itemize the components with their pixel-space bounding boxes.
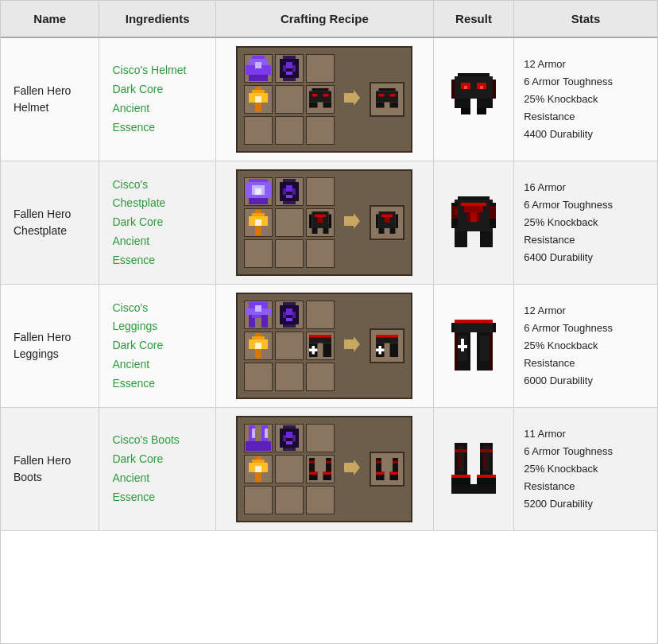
- item-name: Fallen HeroHelmet: [1, 37, 99, 161]
- crafting-table: Name Ingredients Crafting Recipe Result …: [1, 1, 657, 531]
- ingredient-name: Cisco's Boots: [112, 431, 205, 450]
- grid-cell-4: [275, 455, 304, 483]
- grid-cell-1: [275, 424, 304, 452]
- svg-rect-98: [283, 312, 286, 318]
- svg-rect-143: [286, 441, 292, 444]
- crafting-area: [236, 293, 412, 399]
- svg-rect-16: [255, 96, 261, 103]
- result-cell: [433, 408, 513, 531]
- svg-rect-17: [312, 88, 329, 91]
- svg-marker-23: [344, 90, 360, 106]
- grid-cell-5: [306, 332, 335, 360]
- svg-rect-165: [393, 461, 398, 464]
- svg-rect-92: [252, 315, 261, 318]
- svg-rect-177: [477, 475, 496, 478]
- svg-rect-139: [283, 448, 296, 451]
- ingredient-name: Dark Core: [112, 336, 205, 355]
- stat-line: 6 Armor Toughness: [524, 320, 648, 337]
- grid-cell-6: [244, 486, 273, 514]
- grid-cell-8: [306, 486, 335, 514]
- svg-rect-125: [480, 336, 490, 361]
- col-header-stats: Stats: [514, 1, 657, 37]
- svg-rect-128: [455, 320, 493, 323]
- svg-rect-29: [390, 94, 396, 97]
- grid-cell-5: [306, 455, 335, 483]
- grid-cell-2: [306, 424, 335, 452]
- crafting-recipe-cell: [215, 285, 433, 408]
- table-row: Fallen HeroLeggingsCisco'sLeggingsDark C…: [1, 285, 657, 408]
- svg-rect-96: [283, 324, 296, 328]
- svg-rect-70: [396, 215, 399, 229]
- svg-rect-104: [255, 349, 261, 359]
- grid-cell-3: [244, 332, 273, 360]
- svg-rect-80: [480, 231, 493, 247]
- svg-rect-109: [309, 335, 331, 338]
- svg-rect-121: [493, 323, 496, 332]
- svg-marker-112: [344, 336, 360, 352]
- svg-rect-8: [286, 62, 292, 68]
- svg-rect-20: [323, 103, 332, 108]
- ingredient-name: AncientEssence: [112, 355, 205, 394]
- stat-line: Resistance: [524, 478, 648, 495]
- grid-cell-3: [244, 455, 273, 483]
- svg-rect-61: [309, 215, 312, 229]
- grid-cell-7: [275, 239, 304, 268]
- svg-rect-176: [451, 475, 470, 478]
- svg-rect-21: [312, 94, 318, 97]
- svg-rect-105: [255, 343, 261, 349]
- svg-rect-154: [323, 472, 332, 475]
- svg-rect-133: [246, 441, 258, 451]
- ingredient-name: AncientEssence: [112, 469, 205, 507]
- svg-rect-134: [258, 441, 271, 451]
- ingredient-name: Cisco's Helmet: [112, 61, 205, 80]
- svg-rect-137: [283, 425, 296, 429]
- stat-line: 12 Armor: [524, 302, 648, 320]
- svg-rect-35: [461, 108, 470, 114]
- svg-rect-39: [464, 86, 467, 89]
- stats-cell: 12 Armor6 Armor Toughness25% KnockbackRe…: [514, 37, 657, 161]
- svg-rect-19: [309, 103, 318, 108]
- ingredient-name: Cisco's: [112, 176, 205, 195]
- svg-rect-93: [255, 305, 261, 312]
- svg-rect-162: [376, 472, 385, 475]
- svg-rect-174: [455, 449, 467, 452]
- crafting-grid: [244, 301, 335, 391]
- grid-cell-0: [244, 424, 273, 452]
- ingredient-name: Cisco's: [112, 299, 205, 318]
- svg-rect-127: [458, 345, 467, 348]
- grid-cell-6: [244, 239, 273, 268]
- svg-rect-51: [286, 185, 292, 192]
- result-armor-icon: [451, 73, 496, 126]
- svg-rect-59: [255, 219, 261, 226]
- stat-line: Resistance: [524, 108, 648, 126]
- svg-rect-173: [474, 484, 496, 494]
- stats-cell: 16 Armor6 Armor Toughness25% KnockbackRe…: [514, 161, 657, 285]
- svg-rect-45: [249, 198, 268, 204]
- svg-rect-63: [312, 228, 318, 234]
- svg-rect-153: [309, 472, 318, 475]
- grid-cell-5: [306, 85, 335, 114]
- grid-cell-7: [275, 486, 304, 514]
- svg-rect-130: [490, 332, 493, 370]
- svg-rect-5: [283, 56, 296, 59]
- svg-rect-53: [292, 188, 296, 195]
- svg-rect-118: [376, 349, 385, 352]
- stat-line: Resistance: [524, 231, 648, 249]
- svg-rect-65: [315, 215, 326, 218]
- svg-rect-136: [265, 429, 268, 438]
- stat-line: 5200 Durability: [524, 495, 648, 513]
- svg-rect-22: [323, 94, 329, 97]
- ingredients-cell: Cisco's BootsDark CoreAncientEssence: [99, 408, 215, 531]
- grid-cell-2: [306, 177, 335, 206]
- crafting-result-slot: [370, 205, 404, 240]
- col-header-name: Name: [1, 1, 99, 37]
- svg-rect-97: [286, 308, 292, 315]
- crafting-recipe-cell: [215, 408, 433, 531]
- svg-rect-42: [493, 80, 496, 99]
- main-table-wrapper: Name Ingredients Crafting Recipe Result …: [0, 0, 658, 644]
- svg-rect-75: [458, 196, 490, 200]
- grid-cell-4: [275, 85, 304, 114]
- svg-rect-48: [283, 179, 296, 182]
- stat-line: 12 Armor: [524, 56, 648, 73]
- svg-marker-67: [344, 213, 360, 229]
